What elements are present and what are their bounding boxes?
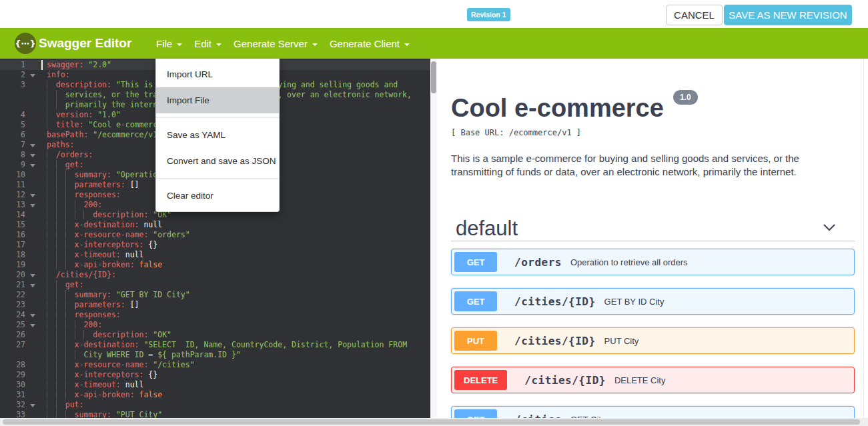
method-badge: GET	[454, 252, 497, 272]
text-cursor	[41, 60, 43, 70]
fold-arrow-icon[interactable]	[30, 154, 35, 157]
menu-item-save-as-yaml[interactable]: Save as YAML	[156, 122, 279, 148]
base-url: [ Base URL: /ecommerce/v1 ]	[451, 128, 581, 137]
window-scrollbar-edge	[863, 59, 864, 418]
operation-row-get-cities[interactable]: GET/citiesGET City	[451, 406, 855, 418]
operation-summary: GET BY ID City	[604, 297, 665, 307]
api-docs-panel: Cool e-commerce 1.0 [ Base URL: /ecommer…	[437, 59, 868, 418]
fold-arrow-icon[interactable]	[30, 324, 35, 327]
horizontal-scrollbar[interactable]	[0, 418, 868, 426]
menu-edit[interactable]: Edit	[194, 38, 222, 49]
fold-arrow-icon[interactable]	[30, 144, 35, 147]
method-badge: GET	[454, 409, 497, 418]
menu-divider	[156, 178, 279, 179]
code-line: 22 summary: "GET BY ID City"	[0, 290, 430, 300]
code-line: 16 x-resource-name: "orders"	[0, 230, 430, 240]
file-dropdown-menu: Import URLImport FileSave as YAMLConvert…	[155, 59, 280, 212]
operation-path: /cities/{ID}	[514, 335, 596, 347]
swagger-logo-icon: {⋯}	[15, 33, 36, 54]
operation-path: /cities/{ID}	[514, 295, 596, 308]
menu-generate-client[interactable]: Generate Client	[330, 38, 410, 49]
menu-divider	[156, 117, 279, 118]
code-line: 25 200:	[0, 320, 430, 330]
save-as-new-revision-button[interactable]: SAVE AS NEW REVISION	[724, 5, 852, 25]
code-line: 19 x-api-broken: false	[0, 260, 430, 270]
menu-item-import-file[interactable]: Import File	[156, 87, 279, 113]
fold-arrow-icon[interactable]	[30, 204, 35, 207]
code-line: 33 summary: "PUT City"	[0, 410, 430, 418]
caret-down-icon	[312, 43, 318, 46]
operation-row-delete-cities--ID-[interactable]: DELETE/cities/{ID}DELETE City	[451, 367, 855, 393]
method-badge: GET	[454, 291, 497, 311]
menu-file[interactable]: File	[156, 38, 182, 49]
caret-down-icon	[177, 43, 182, 46]
fold-arrow-icon[interactable]	[30, 284, 35, 287]
top-bar: Revision 1 CANCEL SAVE AS NEW REVISION	[0, 0, 868, 28]
operation-summary: DELETE City	[614, 375, 666, 385]
code-line: 21 get:	[0, 280, 430, 290]
code-line: 29 x-interceptors: {}	[0, 370, 430, 380]
code-line: 15 x-destination: null	[0, 220, 430, 230]
editor-vertical-scrollbar[interactable]	[430, 59, 437, 418]
swagger-editor-app: Revision 1 CANCEL SAVE AS NEW REVISION {…	[0, 0, 868, 426]
fold-arrow-icon[interactable]	[30, 194, 35, 197]
operation-row-get-orders[interactable]: GET/ordersOperation to retrieve all orde…	[451, 249, 855, 275]
code-line: 32 put:	[0, 400, 430, 410]
section-default[interactable]: default	[456, 217, 518, 241]
chevron-down-icon[interactable]	[821, 221, 837, 237]
fold-arrow-icon[interactable]	[30, 164, 35, 167]
section-divider	[451, 241, 855, 241]
horizontal-scrollbar-thumb[interactable]	[3, 419, 860, 425]
api-version-badge: 1.0	[673, 90, 698, 105]
fold-arrow-icon[interactable]	[30, 314, 35, 317]
api-title: Cool e-commerce	[451, 95, 664, 121]
code-line: 20 /cities/{ID}:	[0, 270, 430, 280]
code-line: 24 responses:	[0, 310, 430, 320]
code-line: City WHERE ID = ${ pathParam.ID }"	[0, 350, 430, 360]
code-line: 18 x-timeout: null	[0, 250, 430, 260]
caret-down-icon	[216, 43, 222, 46]
caret-down-icon	[404, 43, 410, 46]
operation-row-get-cities--ID-[interactable]: GET/cities/{ID}GET BY ID City	[451, 288, 855, 315]
app-title: Swagger Editor	[39, 36, 131, 51]
fold-arrow-icon[interactable]	[30, 404, 35, 407]
operation-summary: Operation to retrieve all orders	[570, 257, 688, 267]
operation-row-put-cities--ID-[interactable]: PUT/cities/{ID}PUT City	[451, 327, 855, 354]
operation-path: /orders	[514, 256, 562, 269]
menu-item-import-url[interactable]: Import URL	[156, 61, 279, 87]
operation-path: /cities	[514, 413, 562, 419]
method-badge: PUT	[454, 331, 497, 351]
operation-path: /cities/{ID}	[524, 374, 606, 387]
code-line: 17 x-interceptors: {}	[0, 240, 430, 250]
header-bar: {⋯} Swagger Editor FileEditGenerate Serv…	[0, 28, 868, 59]
code-line: 27 x-destination: "SELECT ID, Name, Coun…	[0, 340, 430, 350]
menu-item-clear-editor[interactable]: Clear editor	[156, 183, 279, 209]
code-line: 28 x-resource-name: "/cities"	[0, 360, 430, 370]
code-line: 26 description: "OK"	[0, 330, 430, 340]
menu-item-convert-and-save-as-json[interactable]: Convert and save as JSON	[156, 148, 279, 174]
code-line: 23 parameters: []	[0, 300, 430, 310]
revision-badge: Revision 1	[467, 8, 510, 21]
operation-summary: PUT City	[604, 336, 639, 346]
api-description: This is a sample e-commerce for buying a…	[451, 152, 825, 179]
code-line: 31 x-api-broken: false	[0, 390, 430, 400]
fold-arrow-icon[interactable]	[30, 74, 35, 77]
menu-bar: FileEditGenerate ServerGenerate Client	[156, 28, 410, 59]
method-badge: DELETE	[454, 370, 507, 390]
fold-arrow-icon[interactable]	[30, 274, 35, 277]
code-line: 30 x-timeout: null	[0, 380, 430, 390]
menu-generate-server[interactable]: Generate Server	[234, 38, 318, 49]
editor-vertical-scrollbar-thumb[interactable]	[431, 61, 436, 93]
cancel-button[interactable]: CANCEL	[666, 5, 723, 25]
